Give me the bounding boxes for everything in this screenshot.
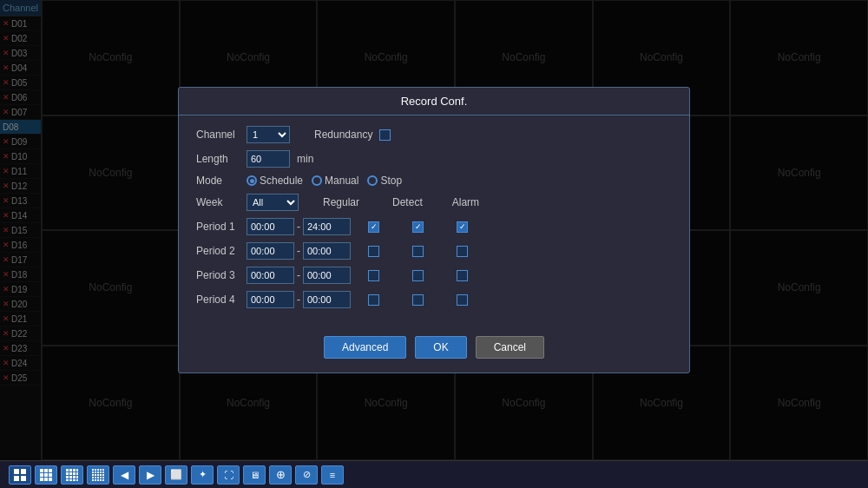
svg-rect-1 xyxy=(21,469,26,474)
period-1-end[interactable] xyxy=(303,218,351,235)
svg-rect-37 xyxy=(100,472,102,473)
toolbar-grid-btn[interactable] xyxy=(9,465,31,485)
period-3-end[interactable] xyxy=(303,267,351,284)
toolbar-next-btn[interactable]: ▶ xyxy=(139,465,161,485)
detect-header: Detect xyxy=(392,196,423,208)
svg-rect-50 xyxy=(95,479,96,481)
period-2-label: Period 2 xyxy=(196,245,240,257)
svg-rect-23 xyxy=(73,476,76,478)
toolbar-hdd-btn[interactable]: ⊘ xyxy=(295,465,318,485)
modal-title: Record Conf. xyxy=(179,88,689,115)
svg-rect-46 xyxy=(97,477,99,478)
toolbar-25grid-btn[interactable] xyxy=(87,465,109,485)
period-1-start[interactable] xyxy=(247,218,294,235)
toolbar-add-btn[interactable]: ⊕ xyxy=(269,465,292,485)
schedule-label: Schedule xyxy=(260,175,303,187)
period-3-row: Period 3 - xyxy=(196,267,672,284)
svg-rect-21 xyxy=(66,476,69,478)
toolbar-monitor-btn[interactable]: 🖥 xyxy=(243,465,266,485)
week-row: Week All Mon Tue Wed Thu Fri Sat Sun Reg… xyxy=(196,194,672,211)
advanced-button[interactable]: Advanced xyxy=(324,336,406,359)
toolbar-fullscreen-btn[interactable]: ⬜ xyxy=(165,465,187,485)
svg-rect-53 xyxy=(102,479,104,481)
period-1-dash: - xyxy=(297,221,300,233)
mode-schedule-option[interactable]: Schedule xyxy=(247,175,303,187)
svg-rect-6 xyxy=(49,469,52,472)
toolbar-prev-btn[interactable]: ◀ xyxy=(113,465,135,485)
svg-rect-4 xyxy=(40,469,43,472)
svg-rect-12 xyxy=(49,478,52,481)
period-1-alarm-checkbox[interactable] xyxy=(457,221,468,233)
period-2-end[interactable] xyxy=(303,242,351,260)
period-4-end[interactable] xyxy=(303,291,351,308)
period-4-start[interactable] xyxy=(247,291,294,308)
period-4-detect-checkbox[interactable] xyxy=(412,294,424,306)
svg-rect-33 xyxy=(102,469,104,471)
redundancy-checkbox[interactable] xyxy=(379,129,391,141)
svg-rect-24 xyxy=(76,476,78,478)
svg-rect-41 xyxy=(97,474,99,476)
toolbar-list-btn[interactable]: ≡ xyxy=(321,465,344,485)
svg-rect-3 xyxy=(21,476,26,481)
stop-radio-dot xyxy=(367,175,378,186)
svg-rect-11 xyxy=(44,478,48,481)
period-3-detect-checkbox[interactable] xyxy=(412,270,424,281)
period-1-regular-checkbox[interactable] xyxy=(368,221,379,233)
period-3-dash: - xyxy=(297,269,300,281)
period-4-dash: - xyxy=(297,293,300,306)
mode-label: Mode xyxy=(196,175,240,187)
svg-rect-29 xyxy=(92,469,94,471)
ok-button[interactable]: OK xyxy=(415,336,466,359)
period-3-regular-checkbox[interactable] xyxy=(368,270,379,281)
period-2-times: - xyxy=(247,242,351,260)
toolbar-ptz-btn[interactable]: ✦ xyxy=(191,465,214,485)
toolbar-zoom-btn[interactable]: ⛶ xyxy=(217,465,240,485)
period-3-alarm-checkbox[interactable] xyxy=(457,270,468,281)
period-1-detect-checkbox[interactable] xyxy=(412,221,424,233)
record-conf-modal: Record Conf. Channel 1 Redundancy Length… xyxy=(178,87,690,373)
length-row: Length min xyxy=(196,150,672,168)
period-2-start[interactable] xyxy=(247,242,294,260)
period-2-detect-checkbox[interactable] xyxy=(412,246,424,257)
svg-rect-31 xyxy=(97,469,99,471)
svg-rect-18 xyxy=(69,472,72,475)
svg-rect-42 xyxy=(100,474,102,476)
period-3-times: - xyxy=(247,267,351,284)
svg-rect-43 xyxy=(102,474,104,476)
svg-rect-10 xyxy=(40,478,43,481)
period-2-alarm-checkbox[interactable] xyxy=(457,246,468,257)
mode-stop-option[interactable]: Stop xyxy=(367,175,402,187)
period-4-times: - xyxy=(247,291,351,308)
svg-rect-15 xyxy=(73,469,76,472)
svg-rect-5 xyxy=(44,469,48,472)
svg-rect-52 xyxy=(100,479,102,481)
period-4-regular-checkbox[interactable] xyxy=(368,294,379,306)
length-input[interactable] xyxy=(247,150,290,168)
channel-row: Channel 1 Redundancy xyxy=(196,126,672,143)
mode-manual-option[interactable]: Manual xyxy=(312,175,358,187)
svg-rect-16 xyxy=(76,469,78,472)
cancel-button[interactable]: Cancel xyxy=(476,336,544,359)
period-2-regular-checkbox[interactable] xyxy=(368,246,379,257)
regular-header: Regular xyxy=(323,196,359,208)
mode-row: Mode Schedule Manual Stop xyxy=(196,175,672,187)
period-2-dash: - xyxy=(297,245,300,257)
alarm-header: Alarm xyxy=(452,196,479,208)
length-unit: min xyxy=(297,153,313,165)
toolbar-4grid-btn[interactable] xyxy=(35,465,57,485)
channel-label: Channel xyxy=(196,129,240,141)
period-4-row: Period 4 - xyxy=(196,291,672,308)
svg-rect-34 xyxy=(92,472,94,473)
period-3-start[interactable] xyxy=(247,267,294,284)
stop-label: Stop xyxy=(380,175,402,187)
toolbar-16grid-btn[interactable] xyxy=(61,465,83,485)
bottom-toolbar: ◀ ▶ ⬜ ✦ ⛶ 🖥 ⊕ ⊘ ≡ xyxy=(0,460,868,488)
week-select[interactable]: All Mon Tue Wed Thu Fri Sat Sun xyxy=(247,194,299,211)
modal-body: Channel 1 Redundancy Length min Mode xyxy=(179,115,689,326)
svg-rect-7 xyxy=(40,473,43,477)
svg-rect-8 xyxy=(44,473,48,477)
schedule-radio-dot xyxy=(247,175,257,186)
period-4-alarm-checkbox[interactable] xyxy=(457,294,468,306)
channel-select[interactable]: 1 xyxy=(247,126,290,143)
svg-rect-25 xyxy=(66,479,69,481)
